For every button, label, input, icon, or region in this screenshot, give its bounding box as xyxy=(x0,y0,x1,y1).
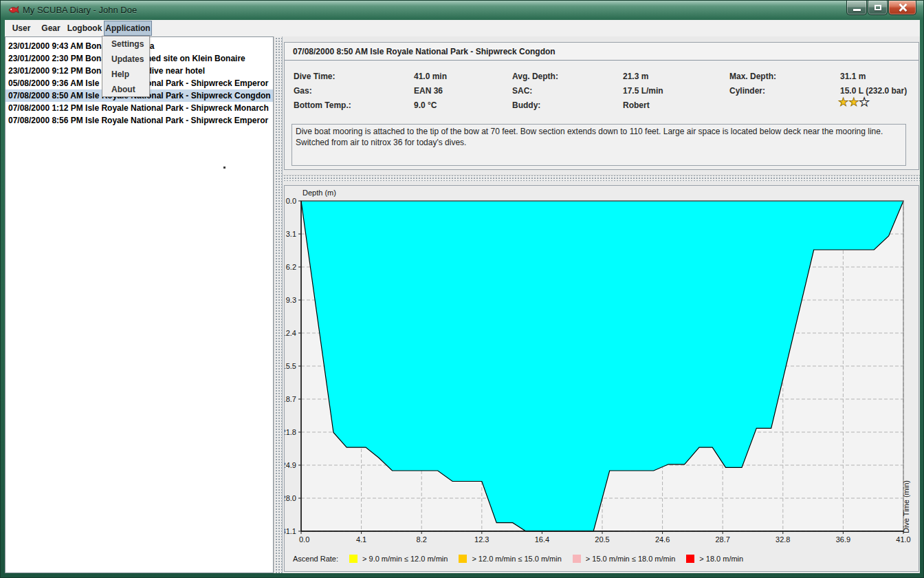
stat-label: Bottom Temp.: xyxy=(294,100,351,110)
window-controls xyxy=(846,1,916,15)
legend-label: > 18.0 m/min xyxy=(699,555,743,563)
x-tick-label: 24.6 xyxy=(655,535,670,544)
stat-label: Max. Depth: xyxy=(729,72,776,81)
star-empty-icon[interactable]: ★ xyxy=(859,95,870,109)
menu-application[interactable]: Application xyxy=(104,21,152,36)
dive-list: 23/01/2000 9:43 AM Bonaire - Karpata23/0… xyxy=(5,36,274,573)
legend-swatch-icon xyxy=(349,555,358,563)
ascend-rate-legend: Ascend Rate: > 9.0 m/min ≤ 12.0 m/min> 1… xyxy=(293,555,743,563)
horizontal-splitter[interactable] xyxy=(283,175,920,181)
legend-title: Ascend Rate: xyxy=(293,555,338,563)
minimize-button[interactable] xyxy=(846,1,867,15)
menubar: UserGearLogbookApplication xyxy=(5,20,920,36)
dive-list-item[interactable]: 07/08/2000 8:56 PM Isle Royale National … xyxy=(6,114,273,127)
legend-entry: > 15.0 m/min ≤ 18.0 m/min xyxy=(573,555,675,563)
dive-list-item[interactable]: 07/08/2000 1:12 PM Isle Royale National … xyxy=(6,102,273,114)
window-title: My SCUBA Diary - John Doe xyxy=(23,1,137,20)
titlebar[interactable]: My SCUBA Diary - John Doe xyxy=(1,1,923,20)
x-tick-label: 0.0 xyxy=(299,535,309,544)
stat-value: EAN 36 xyxy=(414,86,443,96)
stray-dot xyxy=(223,167,226,169)
stat-label: Dive Time: xyxy=(294,72,335,81)
x-tick-label: 28.7 xyxy=(715,535,729,544)
stat-label: SAC: xyxy=(512,86,532,96)
y-tick-label: 15.5 xyxy=(285,362,296,370)
y-tick-label: 3.1 xyxy=(286,230,296,238)
y-tick-label: 9.3 xyxy=(286,296,296,304)
close-icon xyxy=(899,3,907,12)
y-tick-label: 18.7 xyxy=(285,395,296,403)
y-axis-title: Depth (m) xyxy=(302,189,336,197)
x-tick-label: 20.5 xyxy=(595,535,609,544)
stat-value: 9.0 °C xyxy=(414,100,437,110)
star-filled-icon[interactable]: ★ xyxy=(838,95,848,109)
x-tick-label: 41.0 xyxy=(896,535,910,544)
depth-profile-chart: 0.03.16.29.312.415.518.721.824.928.031.1… xyxy=(285,186,918,571)
legend-swatch-icon xyxy=(573,555,581,563)
stat-value: 21.3 m xyxy=(623,72,648,81)
dive-details-header: 07/08/2000 8:50 AM Isle Royale National … xyxy=(285,43,918,61)
x-tick-label: 16.4 xyxy=(535,535,549,544)
vertical-splitter[interactable] xyxy=(274,36,283,573)
application-menu-dropdown: SettingsUpdatesHelpAbout xyxy=(102,36,150,97)
dive-details-panel: 07/08/2000 8:50 AM Isle Royale National … xyxy=(284,42,919,170)
minimize-icon xyxy=(853,9,861,11)
legend-swatch-icon xyxy=(459,555,467,563)
menu-user[interactable]: User xyxy=(6,21,36,36)
x-tick-label: 12.3 xyxy=(474,535,489,544)
legend-entry: > 18.0 m/min xyxy=(686,555,743,563)
y-tick-label: 28.0 xyxy=(285,494,296,502)
legend-label: > 15.0 m/min ≤ 18.0 m/min xyxy=(586,555,675,563)
menu-item-updates[interactable]: Updates xyxy=(102,52,149,67)
y-tick-label: 31.1 xyxy=(285,527,296,535)
y-tick-label: 0.0 xyxy=(286,197,296,205)
y-tick-label: 24.9 xyxy=(285,461,296,469)
stat-label: Buddy: xyxy=(512,100,540,110)
stat-label: Gas: xyxy=(294,86,312,96)
legend-swatch-icon xyxy=(686,555,694,563)
y-tick-label: 21.8 xyxy=(285,428,296,436)
y-tick-label: 12.4 xyxy=(285,329,296,337)
legend-entries: > 9.0 m/min ≤ 12.0 m/min> 12.0 m/min ≤ 1… xyxy=(349,555,743,563)
menu-item-about[interactable]: About xyxy=(102,82,149,97)
stat-label: Avg. Depth: xyxy=(512,72,558,81)
stat-value: 15.0 L (232.0 bar) xyxy=(840,86,907,96)
x-tick-label: 8.2 xyxy=(417,535,427,544)
x-tick-label: 36.9 xyxy=(836,535,850,544)
menu-item-settings[interactable]: Settings xyxy=(102,36,149,52)
close-button[interactable] xyxy=(888,1,916,15)
legend-label: > 12.0 m/min ≤ 15.0 m/min xyxy=(472,555,561,563)
stat-label: Cylinder: xyxy=(729,86,765,96)
stat-value: 31.1 m xyxy=(840,72,866,81)
maximize-icon xyxy=(874,5,881,10)
menu-item-help[interactable]: Help xyxy=(102,67,149,82)
star-filled-icon[interactable]: ★ xyxy=(848,95,859,109)
right-pane: 07/08/2000 8:50 AM Isle Royale National … xyxy=(283,36,920,573)
legend-entry: > 12.0 m/min ≤ 15.0 m/min xyxy=(459,555,561,563)
dive-notes-textarea[interactable]: Dive boat mooring is attached to the tip… xyxy=(292,124,906,166)
x-tick-label: 32.8 xyxy=(776,535,790,544)
stat-value: 17.5 L/min xyxy=(623,86,663,96)
menu-logbook[interactable]: Logbook xyxy=(65,21,104,36)
maximize-button[interactable] xyxy=(868,1,888,15)
app-logo-fish-icon xyxy=(8,5,19,15)
legend-label: > 9.0 m/min ≤ 12.0 m/min xyxy=(362,555,448,563)
y-tick-label: 6.2 xyxy=(286,263,296,271)
legend-entry: > 9.0 m/min ≤ 12.0 m/min xyxy=(349,555,448,563)
dive-rating-stars[interactable]: ★★★ xyxy=(838,95,870,109)
stat-value: Robert xyxy=(623,100,650,110)
menu-gear[interactable]: Gear xyxy=(36,21,65,36)
dive-profile-chart-panel: 0.03.16.29.312.415.518.721.824.928.031.1… xyxy=(284,185,919,572)
x-axis-title: Dive Time (min) xyxy=(902,480,910,533)
stat-value: 41.0 min xyxy=(414,72,447,81)
x-tick-label: 4.1 xyxy=(356,535,366,544)
